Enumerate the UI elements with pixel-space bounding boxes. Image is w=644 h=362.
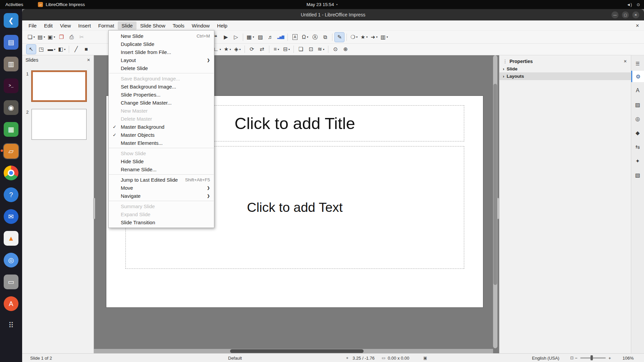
dropdown-arrow-icon[interactable]: ▾ <box>376 36 378 39</box>
dock-item-terminal[interactable]: >_ <box>2 78 20 94</box>
dropdown-arrow-icon[interactable]: ▾ <box>356 36 358 39</box>
3d-objects-button[interactable]: ◈▾ <box>233 45 242 54</box>
dropdown-arrow-icon[interactable]: ▾ <box>278 48 279 51</box>
menu-view[interactable]: View <box>56 21 74 30</box>
open-button[interactable]: ▤▾ <box>37 33 46 42</box>
menu-item-rename-slide[interactable]: Rename Slide... <box>109 165 214 173</box>
slide-thumbnail-1[interactable] <box>32 71 87 102</box>
stars-and-banners-button[interactable]: ★▾ <box>359 33 369 42</box>
insert-special-characters-button[interactable]: Ω▾ <box>300 33 310 42</box>
dock-item-show-applications[interactable]: ⠿ <box>2 317 20 334</box>
crop-image-button[interactable]: ⊡ <box>306 45 316 54</box>
zoom-in-button[interactable]: + <box>608 355 611 360</box>
dock-item-thunderbird[interactable]: ✉ <box>2 208 20 225</box>
dock-item-gimp[interactable]: ◉ <box>2 100 20 116</box>
slide-thumbnail-2[interactable] <box>32 109 87 140</box>
horizontal-scrollbar-thumb[interactable] <box>230 349 364 353</box>
shadow-button[interactable]: ❏ <box>296 45 306 54</box>
document-modified-icon[interactable]: ▣ <box>423 356 427 360</box>
menu-window[interactable]: Window <box>188 21 213 30</box>
rotate-button[interactable]: ⟳ <box>247 45 257 54</box>
dropdown-arrow-icon[interactable]: ▾ <box>288 48 290 51</box>
dropdown-arrow-icon[interactable]: ▾ <box>230 48 231 51</box>
horizontal-scrollbar[interactable] <box>94 349 493 353</box>
vertical-scrollbar-thumb[interactable] <box>493 84 497 285</box>
insert-fontwork-button[interactable]: Ⓐ <box>310 33 320 42</box>
dock-item-chromium[interactable]: ◎ <box>2 252 20 268</box>
menu-item-master-background[interactable]: ✓Master Background <box>109 123 214 131</box>
menu-slide[interactable]: Slide <box>118 21 136 30</box>
zoom-slider[interactable] <box>580 357 606 358</box>
stars-banners-button[interactable]: ★▾ <box>223 45 232 54</box>
insert-line-button[interactable]: ╱ <box>71 45 81 54</box>
menu-item-hide-slide[interactable]: Hide Slide <box>109 157 214 165</box>
sidebar-tab-animation[interactable]: ✦ <box>631 155 644 167</box>
dropdown-arrow-icon[interactable]: ▾ <box>366 36 368 39</box>
menu-tools[interactable]: Tools <box>169 21 188 30</box>
menu-item-slide-transition[interactable]: Slide Transition <box>109 218 214 226</box>
menu-help[interactable]: Help <box>213 21 231 30</box>
insert-text-box-button[interactable]: A <box>290 33 300 42</box>
block-arrows-button[interactable]: ➜▾ <box>369 33 379 42</box>
menu-insert[interactable]: Insert <box>74 21 95 30</box>
close-button[interactable]: ✕ <box>632 11 639 18</box>
dropdown-arrow-icon[interactable]: ▾ <box>387 36 388 39</box>
sidebar-tab-master-slides[interactable]: ▧ <box>631 169 644 181</box>
dock-item-vscode[interactable]: ❮ <box>2 12 20 28</box>
menu-item-slide-properties[interactable]: Slide Properties... <box>109 90 214 99</box>
dock-item-files[interactable]: ▥ <box>2 56 20 72</box>
show-draw-functions-button[interactable]: ✎ <box>335 33 344 42</box>
menu-item-navigate[interactable]: Navigate❯ <box>109 192 214 200</box>
new-presentation-button[interactable]: ❏▾ <box>26 33 36 42</box>
language-selector[interactable]: English (USA) <box>532 355 559 360</box>
insert-image-button[interactable]: ▨ <box>256 33 265 42</box>
master-slide-label[interactable]: Default <box>228 355 242 360</box>
rectangle-button[interactable]: ■ <box>82 45 91 54</box>
menu-item-change-slide-master[interactable]: Change Slide Master... <box>109 99 214 107</box>
menu-item-jump-to-last-edited-slide[interactable]: Jump to Last Edited SlideShift+Alt+F5 <box>109 176 214 184</box>
menu-item-layout[interactable]: Layout❯ <box>109 56 214 64</box>
sidebar-tab-navigator[interactable]: ◎ <box>631 113 644 124</box>
menu-item-move[interactable]: Move❯ <box>109 184 214 192</box>
dock-item-calc[interactable]: ▦ <box>2 121 20 137</box>
callout-shapes-button[interactable]: ❍▾ <box>349 33 359 42</box>
cut-button[interactable]: ✂ <box>77 33 86 42</box>
dropdown-arrow-icon[interactable]: ▾ <box>307 36 308 39</box>
align-objects-button[interactable]: ≡▾ <box>272 45 281 54</box>
activities-button[interactable]: Activities <box>0 0 29 9</box>
dock-item-help[interactable]: ? <box>2 187 20 203</box>
system-status-area[interactable]: ◄) ⊙ <box>627 2 640 7</box>
insert-media-button[interactable]: ♬ <box>266 33 275 42</box>
dock-item-archive-manager[interactable]: ▭ <box>2 274 20 290</box>
insert-table-button[interactable]: ▦▾ <box>246 33 255 42</box>
image-filter-button[interactable]: ≋▾ <box>316 45 326 54</box>
dropdown-arrow-icon[interactable]: ▾ <box>54 36 55 39</box>
zoom-slider-thumb[interactable] <box>591 355 593 360</box>
menu-item-master-objects[interactable]: ✓Master Objects <box>109 131 214 139</box>
export-pdf-button[interactable]: ❐ <box>57 33 66 42</box>
glue-points-button[interactable]: ⊕ <box>341 45 350 54</box>
dock-item-software-center[interactable]: A <box>2 296 20 312</box>
zoom-level-label[interactable]: 106% <box>623 355 634 360</box>
fill-color-button[interactable]: ◧▾ <box>57 45 66 54</box>
maximize-button[interactable]: ▢ <box>622 11 629 18</box>
dock-item-impress[interactable]: ▱ <box>2 143 20 159</box>
dropdown-arrow-icon[interactable]: ▾ <box>220 48 221 51</box>
panel-splitter-grip-right[interactable] <box>497 198 499 219</box>
dropdown-arrow-icon[interactable]: ▾ <box>253 36 254 39</box>
panel-splitter-grip-left[interactable] <box>93 198 95 219</box>
sidebar-tab-properties[interactable]: ⚙ <box>631 71 644 82</box>
line-color-button[interactable]: ▬▾ <box>47 45 56 54</box>
zoom-out-button[interactable]: − <box>575 355 578 360</box>
sidebar-tab-slide-transition[interactable]: ⇆ <box>631 141 644 153</box>
dropdown-arrow-icon[interactable]: ▾ <box>64 48 65 51</box>
arrange-button[interactable]: ⊟▾ <box>282 45 291 54</box>
menu-item-insert-slide-from-file[interactable]: Insert Slide from File... <box>109 48 214 56</box>
dock-item-writer[interactable]: ▤ <box>2 34 20 50</box>
dropdown-arrow-icon[interactable]: ▾ <box>34 36 35 39</box>
flip-button[interactable]: ⇄ <box>257 45 267 54</box>
menu-item-set-background-image[interactable]: Set Background Image... <box>109 82 214 90</box>
save-button[interactable]: ▣▾ <box>47 33 56 42</box>
properties-panel-close-button[interactable]: ✕ <box>624 59 627 64</box>
menu-item-duplicate-slide[interactable]: Duplicate Slide <box>109 40 214 48</box>
